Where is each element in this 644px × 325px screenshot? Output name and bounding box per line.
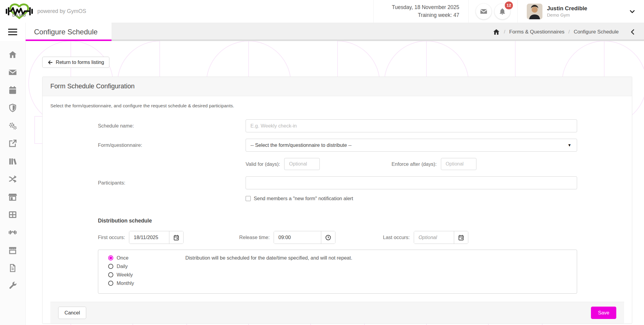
notifications-button[interactable]: 12 [495, 4, 510, 19]
library-icon[interactable] [8, 157, 17, 166]
new-form-alert-label: Send members a "new form" notification a… [254, 196, 353, 201]
last-occurs-label: Last occurs: [383, 235, 410, 240]
release-time-label: Release time: [239, 235, 270, 240]
recurrence-description: Distribution will be scheduled for the d… [185, 255, 352, 261]
form-questionnaire-select[interactable]: -- Select the form/questionnaire to dist… [246, 139, 577, 152]
page-title: Configure Schedule [34, 28, 98, 36]
shuffle-arrows-icon[interactable] [8, 175, 17, 184]
participants-input[interactable] [246, 176, 577, 189]
distribution-schedule-heading: Distribution schedule [98, 218, 577, 224]
breadcrumb-item-forms[interactable]: Forms & Questionnaires [509, 29, 564, 35]
titlebar: Configure Schedule / Forms & Questionnai… [26, 23, 644, 41]
breadcrumb-separator: / [504, 29, 505, 35]
radio-weekly-label: Weekly [117, 272, 185, 278]
form-schedule-card: Form Schedule Configuration Select the f… [42, 77, 632, 324]
release-time-group [274, 231, 335, 244]
logo: DEMO powered by GymOS [0, 0, 86, 23]
bell-icon [498, 8, 506, 15]
cancel-button[interactable]: Cancel [58, 307, 86, 319]
save-button[interactable]: Save [591, 307, 616, 319]
radio-monthly[interactable] [108, 281, 113, 286]
breadcrumb: / Forms & Questionnaires / Configure Sch… [493, 28, 619, 36]
gym-logo-icon: DEMO [5, 2, 33, 21]
shop-awning-icon[interactable] [8, 246, 17, 255]
form-questionnaire-label: Form/questionnaire: [98, 142, 246, 148]
radio-weekly[interactable] [108, 272, 113, 277]
breadcrumb-separator: / [568, 29, 570, 35]
enforce-after-input[interactable] [441, 158, 476, 170]
radio-daily-label: Daily [117, 263, 185, 269]
clock-icon[interactable] [321, 231, 335, 244]
first-occurs-label: First occurs: [98, 235, 125, 240]
valid-for-label: Valid for (days): [246, 161, 280, 167]
schedule-name-input[interactable] [246, 119, 577, 132]
user-org: Demo Gym [547, 12, 587, 17]
valid-for-input[interactable] [284, 158, 320, 170]
arrow-left-icon [48, 60, 53, 65]
messages-button[interactable] [476, 4, 492, 19]
document-icon[interactable] [8, 263, 17, 273]
participants-label: Participants: [98, 180, 246, 186]
logo-demo-text: DEMO [12, 13, 27, 17]
schedule-name-label: Schedule name: [98, 123, 246, 129]
calendar-icon[interactable] [8, 86, 17, 95]
training-week: Training week: 47 [418, 11, 459, 19]
notification-badge: 12 [505, 2, 513, 9]
last-occurs-group [414, 231, 468, 244]
share-icon[interactable] [8, 139, 17, 148]
radio-monthly-label: Monthly [117, 280, 185, 286]
dumbbell-icon[interactable] [8, 228, 17, 237]
home-icon[interactable] [8, 50, 17, 59]
radio-daily[interactable] [108, 264, 113, 269]
select-value: -- Select the form/questionnaire to dist… [250, 142, 352, 148]
enforce-after-label: Enforce after (days): [391, 161, 436, 167]
card-title: Form Schedule Configuration [42, 77, 632, 96]
chevron-down-icon[interactable] [629, 8, 636, 15]
tab-configure-schedule[interactable]: Configure Schedule [26, 23, 112, 41]
release-time-input[interactable] [274, 231, 321, 244]
radio-once-label: Once [117, 255, 185, 261]
last-occurs-input[interactable] [414, 231, 454, 244]
powered-by-text: powered by GymOS [37, 8, 86, 14]
return-button-label: Return to forms listing [56, 59, 104, 65]
shield-icon[interactable] [8, 103, 17, 112]
sidebar [0, 23, 26, 325]
mail-icon[interactable] [8, 68, 17, 77]
user-menu[interactable]: Justin Credible Demo Gym [517, 0, 644, 23]
return-to-forms-button[interactable]: Return to forms listing [42, 57, 109, 68]
settings-gears-icon[interactable] [8, 121, 17, 130]
header-date-block: Tuesday, 18 November 2025 Training week:… [373, 0, 468, 23]
app-header: DEMO powered by GymOS Tuesday, 18 Novemb… [0, 0, 644, 23]
user-name: Justin Credible [547, 5, 587, 12]
breadcrumb-item-current: Configure Schedule [574, 29, 619, 35]
caret-down-icon: ▼ [567, 143, 571, 147]
wrench-icon[interactable] [8, 281, 17, 290]
header-icons: 12 [468, 0, 517, 23]
storefront-icon[interactable] [8, 192, 17, 201]
recurrence-panel: Once Distribution will be scheduled for … [98, 250, 577, 294]
breadcrumb-home-icon[interactable] [493, 28, 500, 36]
table-icon[interactable] [8, 210, 17, 219]
avatar [527, 4, 542, 19]
first-occurs-group [129, 231, 184, 244]
header-date: Tuesday, 18 November 2025 [392, 4, 459, 11]
card-subtitle: Select the form/questionnaire, and confi… [50, 103, 624, 109]
calendar-icon[interactable] [169, 231, 183, 244]
chevron-left-icon[interactable] [630, 29, 636, 35]
radio-once[interactable] [108, 255, 113, 260]
card-footer: Cancel Save [50, 302, 624, 323]
new-form-alert-checkbox[interactable] [246, 196, 251, 201]
first-occurs-input[interactable] [129, 231, 169, 244]
mail-icon [480, 8, 488, 15]
calendar-icon[interactable] [454, 231, 468, 244]
menu-icon[interactable] [0, 23, 25, 41]
